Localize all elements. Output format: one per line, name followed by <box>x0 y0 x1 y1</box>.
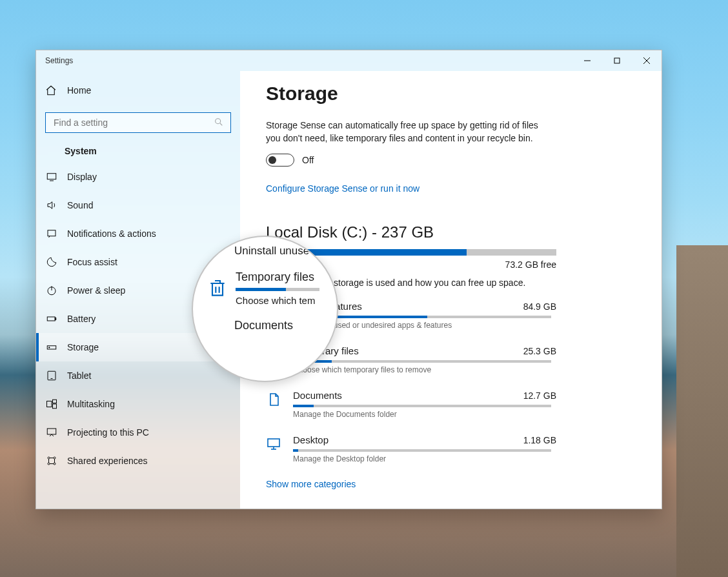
category-size: 12.7 GB <box>523 390 556 401</box>
search-input[interactable] <box>52 117 214 128</box>
sidebar-item-label: Notifications & actions <box>67 228 156 239</box>
sidebar-item-tablet[interactable]: Tablet <box>36 361 240 390</box>
category-documents[interactable]: Documents12.7 GB Manage the Documents fo… <box>266 390 556 419</box>
category-size: 1.18 GB <box>523 435 556 445</box>
svg-point-23 <box>48 463 50 465</box>
toggle-knob <box>268 156 276 164</box>
sidebar-item-shared[interactable]: Shared experiences <box>36 447 240 475</box>
disk-heading: Local Disk (C:) - 237 GB <box>266 223 642 241</box>
svg-rect-31 <box>268 439 279 447</box>
configure-storage-sense-link[interactable]: Configure Storage Sense or run it now <box>266 183 642 194</box>
sidebar-item-projecting[interactable]: Projecting to this PC <box>36 418 240 447</box>
show-more-categories-link[interactable]: Show more categories <box>266 479 642 489</box>
home-icon <box>45 85 57 96</box>
svg-line-5 <box>220 123 222 125</box>
magnifier-overlay: Uninstall unuse Temporary files Choose w… <box>192 236 338 382</box>
magnifier-temp-name: Temporary files <box>236 270 319 284</box>
disk-free-label: 73.2 GB free <box>505 259 556 270</box>
svg-point-21 <box>48 457 50 459</box>
sidebar-item-display[interactable]: Display <box>36 163 240 191</box>
shared-experiences-icon <box>45 455 58 467</box>
settings-window: Settings <box>35 50 662 509</box>
svg-rect-20 <box>47 429 56 434</box>
category-size: 25.3 GB <box>523 346 556 356</box>
category-sub: Manage the Documents folder <box>293 410 556 419</box>
category-sub: Choose which temporary files to remove <box>293 365 556 374</box>
battery-icon <box>45 313 58 325</box>
desktop-icon <box>266 436 283 452</box>
notifications-icon <box>45 228 58 239</box>
category-name: Documents <box>293 390 342 401</box>
sidebar-item-label: Focus assist <box>67 257 117 267</box>
tablet-icon <box>45 370 58 381</box>
sidebar-item-label: Multitasking <box>67 399 115 409</box>
svg-rect-6 <box>47 174 56 179</box>
home-label: Home <box>67 85 91 96</box>
sidebar-item-label: Sound <box>67 200 93 210</box>
svg-rect-12 <box>55 318 56 320</box>
minimize-button[interactable] <box>572 50 602 71</box>
multitasking-icon <box>45 398 58 410</box>
sidebar-section: System <box>65 146 231 156</box>
storage-icon <box>45 341 58 353</box>
sidebar-item-label: Storage <box>67 342 99 352</box>
svg-point-22 <box>54 457 56 459</box>
power-icon <box>45 285 58 296</box>
page-title: Storage <box>266 83 642 105</box>
focus-assist-icon <box>45 256 58 268</box>
titlebar: Settings <box>36 50 662 71</box>
svg-rect-1 <box>614 58 620 63</box>
category-size: 84.9 GB <box>523 301 556 312</box>
search-icon <box>214 117 224 129</box>
maximize-button[interactable] <box>602 50 632 71</box>
svg-point-24 <box>54 463 56 465</box>
category-name: Desktop <box>293 434 329 445</box>
display-icon <box>45 171 58 183</box>
svg-rect-18 <box>53 400 57 403</box>
sidebar-item-multitasking[interactable]: Multitasking <box>36 390 240 418</box>
home-button[interactable]: Home <box>36 77 240 103</box>
sidebar-item-sound[interactable]: Sound <box>36 191 240 219</box>
sidebar-item-label: Battery <box>67 314 96 324</box>
sidebar-item-label: Projecting to this PC <box>67 427 149 438</box>
category-desktop[interactable]: Desktop1.18 GB Manage the Desktop folder <box>266 434 556 463</box>
svg-rect-11 <box>47 317 55 321</box>
projecting-icon <box>45 427 58 438</box>
sidebar-item-label: Display <box>67 172 97 182</box>
documents-icon <box>266 392 283 407</box>
toggle-state-label: Off <box>302 155 314 165</box>
search-box[interactable] <box>45 112 231 133</box>
close-button[interactable] <box>632 50 662 71</box>
svg-rect-8 <box>48 230 56 236</box>
svg-point-4 <box>216 118 221 123</box>
svg-rect-17 <box>47 401 52 407</box>
magnifier-documents: Documents <box>234 319 323 332</box>
sidebar-item-label: Power & sleep <box>67 285 125 296</box>
sidebar-item-label: Shared experiences <box>67 456 148 466</box>
desktop-wallpaper: Settings <box>0 0 728 577</box>
trash-icon <box>207 278 229 299</box>
svg-rect-19 <box>53 404 57 409</box>
wallpaper-cliff <box>676 245 728 577</box>
category-sub: Manage the Desktop folder <box>293 454 556 463</box>
sidebar-item-label: Tablet <box>67 370 91 381</box>
sidebar-item-notifications[interactable]: Notifications & actions <box>36 219 240 248</box>
window-title: Settings <box>36 56 73 65</box>
magnifier-temp-sub: Choose which tem <box>236 295 319 306</box>
storage-sense-toggle[interactable] <box>266 154 294 167</box>
storage-sense-description: Storage Sense can automatically free up … <box>266 119 543 145</box>
svg-point-14 <box>49 347 50 349</box>
sound-icon <box>45 199 58 211</box>
